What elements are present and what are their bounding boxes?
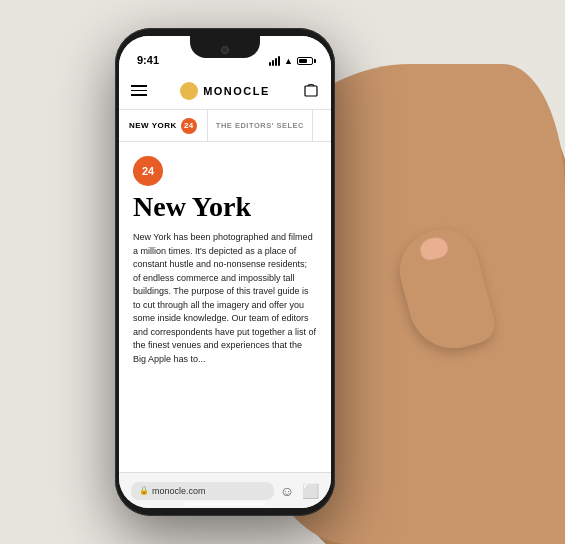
home-indicator xyxy=(185,502,265,506)
logo-area: MONOCLE xyxy=(180,82,270,100)
emoji-button[interactable]: ☺ xyxy=(280,483,294,499)
tab-editors-label: THE EDITORS' SELEC xyxy=(216,121,304,130)
main-content: 24 New York New York has been photograph… xyxy=(119,142,331,472)
city-description: New York has been photographed and filme… xyxy=(133,231,317,366)
logo-circle-icon xyxy=(184,86,194,96)
phone-screen: 9:41 ▲ xyxy=(119,36,331,508)
share-button[interactable]: ⬜ xyxy=(302,483,319,499)
shopping-bag-button[interactable] xyxy=(303,81,319,101)
tab-editors-select[interactable]: THE EDITORS' SELEC xyxy=(208,110,313,141)
tab-new-york-badge: 24 xyxy=(181,118,197,134)
signal-bar-4 xyxy=(278,56,280,66)
phone-device: 9:41 ▲ xyxy=(115,28,335,516)
phone-notch xyxy=(190,36,260,58)
tab-new-york[interactable]: NEW YORK 24 xyxy=(119,110,208,141)
tabs-bar: NEW YORK 24 THE EDITORS' SELEC xyxy=(119,110,331,142)
url-text: monocle.com xyxy=(152,486,266,496)
battery-icon xyxy=(297,57,313,65)
battery-fill xyxy=(299,59,307,63)
signal-bar-2 xyxy=(272,60,274,66)
thumb-nail xyxy=(418,234,451,262)
url-area[interactable]: 🔒 monocle.com xyxy=(131,482,274,500)
signal-bar-3 xyxy=(275,58,277,66)
hamburger-line-1 xyxy=(131,85,147,87)
svg-point-0 xyxy=(185,87,193,95)
city-title: New York xyxy=(133,192,317,221)
hamburger-line-2 xyxy=(131,90,147,92)
signal-bars-icon xyxy=(269,56,280,66)
tab-new-york-label: NEW YORK xyxy=(129,121,177,130)
hamburger-line-3 xyxy=(131,94,147,96)
scene: 9:41 ▲ xyxy=(0,0,565,544)
wifi-icon: ▲ xyxy=(284,56,293,66)
phone-camera xyxy=(221,46,229,54)
logo-text: MONOCLE xyxy=(203,85,270,97)
lock-icon: 🔒 xyxy=(139,486,149,495)
status-icons: ▲ xyxy=(269,56,313,66)
hamburger-menu-button[interactable] xyxy=(131,85,147,96)
shopping-bag-icon xyxy=(303,81,319,97)
logo-circle xyxy=(180,82,198,100)
status-time: 9:41 xyxy=(137,54,159,66)
navigation-bar: MONOCLE xyxy=(119,72,331,110)
bottom-actions: ☺ ⬜ xyxy=(280,483,319,499)
signal-bar-1 xyxy=(269,62,271,66)
svg-rect-1 xyxy=(305,86,317,96)
issue-number-badge: 24 xyxy=(133,156,163,186)
